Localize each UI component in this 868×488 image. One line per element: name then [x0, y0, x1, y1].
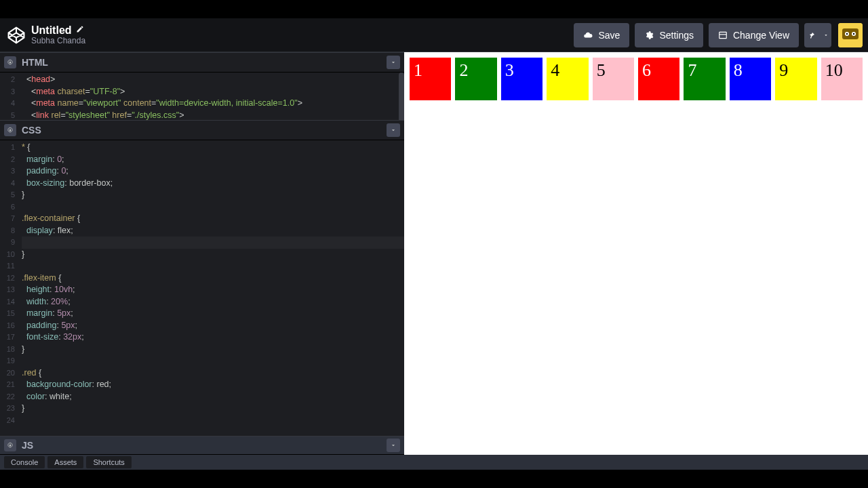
preview-pane[interactable]: 12345678910	[404, 52, 868, 455]
svg-point-7	[853, 33, 854, 34]
pen-title-block: Untitled Subha Chanda	[31, 24, 85, 45]
change-view-label: Change View	[733, 30, 789, 41]
settings-button[interactable]: Settings	[635, 23, 703, 47]
save-label: Save	[598, 30, 620, 41]
js-panel-label: JS	[22, 440, 33, 451]
css-collapse-icon[interactable]	[387, 123, 400, 137]
footer: Console Assets Shortcuts	[0, 455, 868, 470]
css-panel-label: CSS	[22, 125, 41, 136]
js-panel-header[interactable]: JS	[0, 436, 404, 455]
cloud-save-icon	[583, 30, 593, 40]
css-panel-header[interactable]: CSS	[0, 120, 404, 140]
change-view-button[interactable]: Change View	[709, 23, 799, 47]
html-panel-header[interactable]: HTML	[0, 52, 404, 73]
codepen-logo-icon[interactable]	[7, 26, 26, 45]
html-editor[interactable]: 234567 <head> <meta charset="UTF-8"> <me…	[0, 73, 404, 120]
flex-item: 6	[638, 58, 679, 100]
edit-title-icon[interactable]	[76, 25, 84, 35]
flex-item: 1	[410, 58, 451, 100]
pin-button[interactable]	[804, 23, 831, 47]
html-collapse-icon[interactable]	[387, 56, 400, 69]
app-root: Untitled Subha Chanda Save Settings	[0, 18, 868, 470]
html-panel: HTML 234567 <head> <meta charset="UTF-8"…	[0, 52, 404, 120]
js-collapse-icon[interactable]	[387, 439, 400, 452]
pen-author[interactable]: Subha Chanda	[31, 37, 85, 45]
flex-item: 8	[730, 58, 771, 100]
flex-item: 5	[593, 58, 634, 100]
html-settings-icon[interactable]	[4, 56, 16, 68]
flex-item: 10	[821, 58, 863, 100]
flex-item: 3	[501, 58, 542, 100]
avatar[interactable]	[838, 23, 863, 47]
pen-title[interactable]: Untitled	[31, 24, 72, 37]
editors-column: HTML 234567 <head> <meta charset="UTF-8"…	[0, 52, 404, 455]
svg-point-9	[9, 129, 12, 131]
gear-icon	[644, 30, 654, 40]
flex-item: 4	[547, 58, 588, 100]
shortcuts-tab[interactable]: Shortcuts	[86, 456, 131, 468]
css-panel: CSS 123456789101112131415161718192021222…	[0, 120, 404, 436]
topbar: Untitled Subha Chanda Save Settings	[0, 18, 868, 52]
svg-point-6	[846, 33, 848, 34]
main-split: HTML 234567 <head> <meta charset="UTF-8"…	[0, 52, 868, 455]
save-button[interactable]: Save	[574, 23, 629, 47]
js-settings-icon[interactable]	[4, 439, 16, 451]
html-panel-label: HTML	[22, 57, 48, 68]
svg-rect-0	[719, 32, 727, 38]
flex-item: 9	[775, 58, 816, 100]
css-settings-icon[interactable]	[4, 124, 16, 136]
svg-point-8	[9, 62, 12, 64]
console-tab[interactable]: Console	[4, 456, 45, 468]
js-panel: JS	[0, 436, 404, 455]
preview-flex-container: 12345678910	[408, 56, 865, 102]
svg-point-10	[9, 445, 12, 447]
svg-rect-3	[842, 28, 859, 39]
chevron-down-icon	[823, 33, 829, 38]
css-editor[interactable]: 123456789101112131415161718192021222324 …	[0, 140, 404, 436]
pin-icon	[808, 31, 816, 39]
settings-label: Settings	[659, 30, 694, 41]
flex-item: 2	[455, 58, 496, 100]
layout-icon	[718, 30, 728, 40]
flex-item: 7	[684, 58, 725, 100]
assets-tab[interactable]: Assets	[47, 456, 83, 468]
